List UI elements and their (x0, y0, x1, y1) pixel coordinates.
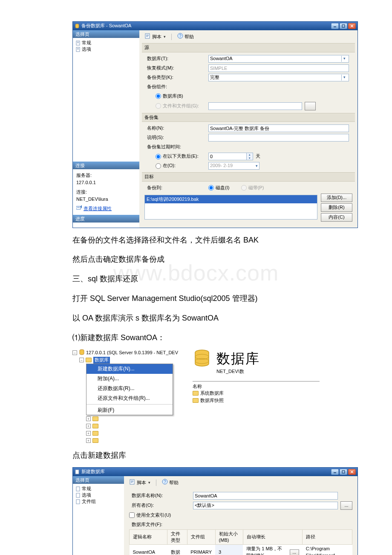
doc-paragraph: 在备份的文件名选择路径和文件名，文件后缀名名 BAK (72, 232, 320, 249)
folder-icon (92, 431, 98, 436)
database-radio[interactable]: 数据库(B) (156, 93, 208, 99)
toolbar-divider (156, 480, 156, 486)
cell-path[interactable]: C:\Program Files\Microsof (303, 545, 352, 555)
db-icon (75, 23, 80, 29)
list-item[interactable]: 数据库快照 (193, 397, 320, 404)
spin-down-icon[interactable]: ▾ (247, 156, 253, 160)
database-combo[interactable]: SowantOA▾ (208, 55, 349, 63)
tree-stub-row[interactable]: + (86, 422, 183, 430)
help-label: 帮助 (184, 34, 194, 40)
tree-databases[interactable]: − 数据库 (79, 356, 183, 364)
menu-new-database[interactable]: 新建数据库(N)... (86, 364, 173, 374)
nav-label: 文件组 (82, 498, 96, 505)
nav-options[interactable]: 选项 (75, 46, 137, 52)
destination-list[interactable]: E:\sql培训\20090219.bak (144, 195, 317, 220)
owner-browse-button[interactable]: ... (340, 501, 352, 510)
days-spinner[interactable]: ▴▾ (208, 153, 253, 160)
script-button[interactable]: 脚本 ▾ (127, 478, 153, 487)
table-header-row: 逻辑名称 文件类型 文件组 初始大小(MB) 自动增长 路径 (130, 529, 352, 545)
days-input[interactable] (208, 153, 247, 160)
backup-dialog: 备份数据库 - SowantOA 选择页 常规 选项 连接 (72, 21, 358, 228)
nav-options[interactable]: 选项 (75, 492, 121, 498)
bs-name-field[interactable] (208, 124, 349, 132)
close-button[interactable] (348, 469, 356, 475)
newdb-titlebar[interactable]: 新建数据库 (73, 468, 357, 476)
script-button[interactable]: 脚本 ▾ (142, 32, 169, 41)
contents-button[interactable]: 内容(C) (321, 213, 352, 222)
spin-up-icon[interactable]: ▴ (247, 153, 253, 156)
filegroup-field (208, 102, 302, 110)
cell-size[interactable]: 3 (215, 545, 243, 555)
on-date-radio[interactable]: 在(O): (156, 162, 208, 169)
server-label: 服务器: (76, 172, 136, 179)
page-icon (75, 499, 81, 504)
help-button[interactable]: ? 帮助 (159, 478, 182, 487)
help-icon: ? (177, 33, 183, 40)
tree-stub-row[interactable]: + (86, 437, 183, 444)
view-connection-link[interactable]: 查看连接属性 (84, 206, 112, 211)
add-button[interactable]: 添加(D)... (321, 194, 352, 202)
tree-root[interactable]: − 127.0.0.1 (SQL Server 9.0.1399 - NET_D… (72, 349, 183, 356)
tree-stub-row[interactable]: + (86, 415, 183, 422)
col-logical-name[interactable]: 逻辑名称 (130, 529, 167, 545)
db-files-table[interactable]: 逻辑名称 文件类型 文件组 初始大小(MB) 自动增长 路径 SowantOA … (129, 529, 352, 555)
expand-icon[interactable]: + (86, 416, 91, 421)
connection-header: 连接 (73, 162, 139, 169)
close-button[interactable] (348, 23, 356, 29)
dropdown-arrow-icon: ▾ (148, 480, 150, 486)
svg-rect-2 (342, 25, 345, 27)
after-days-radio[interactable]: 在以下天数后(E): (156, 153, 208, 159)
dbname-field[interactable] (193, 492, 338, 500)
db-server-icon (79, 349, 84, 357)
disk-radio[interactable]: 磁盘(I) (208, 185, 229, 191)
maximize-button[interactable] (340, 23, 347, 29)
col-path[interactable]: 路径 (303, 529, 352, 545)
col-autogrowth[interactable]: 自动增长 (243, 529, 302, 545)
doc-paragraph: 三、sql 数据库还原 (72, 271, 320, 287)
menu-refresh[interactable]: 刷新(F) (86, 405, 173, 415)
nav-filegroups[interactable]: 文件组 (75, 498, 121, 505)
bs-desc-field[interactable] (208, 134, 349, 142)
table-row[interactable]: SowantOA 数据 PRIMARY 3 增量为 1 MB，不限制增长 ...… (130, 545, 352, 555)
maximize-button[interactable] (340, 469, 347, 475)
help-button[interactable]: ? 帮助 (174, 32, 197, 41)
autogrow-button[interactable]: ... (290, 549, 299, 555)
expand-icon[interactable]: + (86, 431, 91, 436)
component-label: 备份组件: (144, 84, 208, 90)
tree-root-label: 127.0.0.1 (SQL Server 9.0.1399 - NET_DEV (86, 350, 178, 356)
tree-stub-row[interactable]: + (86, 430, 183, 437)
destination-file-row[interactable]: E:\sql培训\20090219.bak (145, 195, 317, 203)
cell-filegroup[interactable]: PRIMARY (187, 545, 215, 555)
folder-icon (92, 416, 98, 421)
folder-icon (86, 358, 92, 362)
menu-restore-db[interactable]: 还原数据库(R)... (86, 384, 173, 393)
list-item[interactable]: 系统数据库 (193, 390, 320, 397)
nav-general[interactable]: 常规 (75, 40, 137, 46)
owner-field[interactable] (193, 502, 338, 509)
expand-icon[interactable]: + (86, 424, 91, 428)
nav-general[interactable]: 常规 (75, 486, 121, 492)
collapse-icon[interactable]: − (72, 350, 77, 355)
svg-rect-5 (77, 43, 79, 43)
remove-button[interactable]: 删除(R) (321, 203, 352, 212)
filegroup-radio: 文件和文件组(G): (156, 103, 208, 109)
col-filegroup[interactable]: 文件组 (187, 529, 215, 545)
menu-restore-files[interactable]: 还原文件和文件组(R)... (86, 393, 173, 403)
checkbox-label: 使用全文索引(U) (136, 512, 171, 518)
backup-type-combo[interactable]: 完整▾ (208, 74, 349, 81)
minimize-button[interactable] (331, 23, 339, 29)
collapse-icon[interactable]: − (79, 358, 84, 362)
expand-icon[interactable]: + (86, 438, 91, 443)
fulltext-checkbox[interactable]: 使用全文索引(U) (129, 512, 171, 518)
cell-name[interactable]: SowantOA (130, 545, 167, 555)
backup-dialog-titlebar[interactable]: 备份数据库 - SowantOA (73, 22, 357, 30)
menu-attach[interactable]: 附加(A)... (86, 374, 173, 384)
col-file-type[interactable]: 文件类型 (167, 529, 187, 545)
select-page-header: 选择页 (73, 476, 124, 484)
page-icon (75, 486, 81, 491)
help-label: 帮助 (169, 480, 179, 486)
col-initial-size[interactable]: 初始大小(MB) (215, 529, 243, 545)
dbname-label: 数据库名称(N): (129, 492, 193, 499)
tree-db-label: 数据库 (93, 357, 110, 363)
minimize-button[interactable] (331, 469, 339, 475)
